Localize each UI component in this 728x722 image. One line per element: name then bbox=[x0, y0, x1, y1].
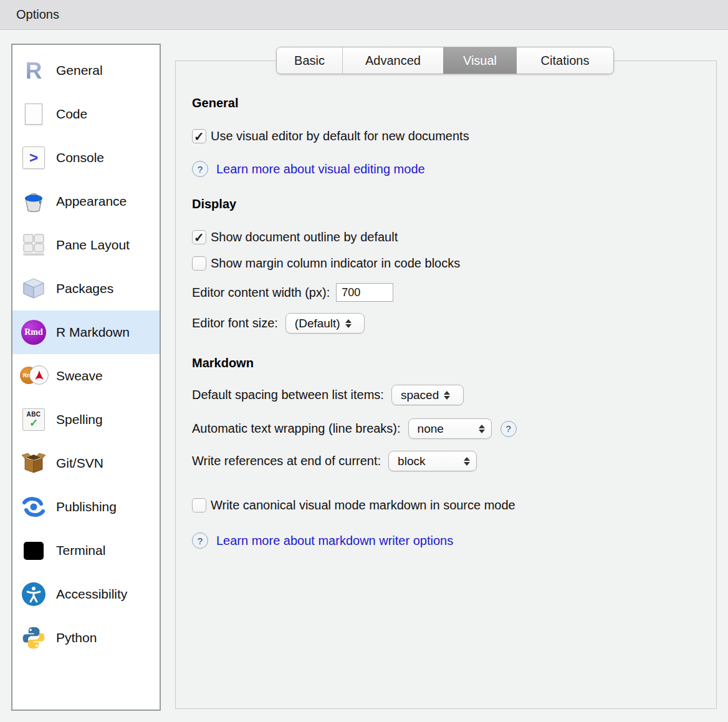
show-outline-label: Show document outline by default bbox=[211, 230, 398, 244]
paint-bucket-icon bbox=[20, 188, 47, 215]
sidebar-item-code[interactable]: Code bbox=[12, 92, 160, 136]
write-references-label: Write references at end of current: bbox=[192, 454, 381, 468]
list-spacing-label: Default spacing between list items: bbox=[192, 388, 384, 402]
sidebar-item-label: Pane Layout bbox=[56, 238, 130, 253]
sidebar-item-terminal[interactable]: Terminal bbox=[12, 529, 160, 572]
pane-layout-icon bbox=[20, 231, 47, 259]
sidebar-item-label: Sweave bbox=[56, 368, 103, 383]
help-icon[interactable]: ? bbox=[501, 421, 517, 437]
sidebar-item-git-svn[interactable]: Git/SVN bbox=[12, 441, 160, 485]
show-margin-checkbox[interactable] bbox=[192, 256, 206, 271]
section-heading-display: Display bbox=[192, 197, 703, 211]
text-wrapping-row: Automatic text wrapping (line breaks): n… bbox=[192, 418, 703, 439]
tab-citations[interactable]: Citations bbox=[517, 47, 613, 74]
sidebar-item-label: Terminal bbox=[56, 543, 105, 558]
options-panel: General ✓ Use visual editor by default f… bbox=[175, 60, 717, 709]
canonical-markdown-row: Write canonical visual mode markdown in … bbox=[192, 498, 703, 513]
editor-content-width-row: Editor content width (px): bbox=[192, 283, 703, 302]
accessibility-icon bbox=[20, 580, 47, 608]
write-references-row: Write references at end of current: bloc… bbox=[192, 451, 703, 471]
text-wrapping-value: none bbox=[418, 422, 444, 436]
select-arrows-icon bbox=[464, 457, 470, 466]
sidebar-item-general[interactable]: R General bbox=[12, 49, 160, 92]
write-references-select[interactable]: block bbox=[388, 451, 477, 471]
sidebar-item-packages[interactable]: Packages bbox=[12, 267, 160, 310]
dialog-title-bar: Options bbox=[0, 0, 728, 30]
options-dialog: Options R General Code > Console bbox=[0, 0, 728, 722]
sidebar-item-python[interactable]: Python bbox=[12, 616, 160, 660]
package-cube-icon bbox=[20, 275, 47, 302]
sidebar-item-accessibility[interactable]: Accessibility bbox=[12, 572, 160, 616]
code-document-icon bbox=[20, 100, 47, 128]
editor-font-size-row: Editor font size: (Default) bbox=[192, 313, 703, 334]
write-references-value: block bbox=[398, 455, 425, 468]
sidebar-item-label: Spelling bbox=[56, 412, 103, 427]
sidebar-item-label: Code bbox=[56, 107, 87, 122]
sidebar-item-sweave[interactable]: Rnw Sweave bbox=[12, 354, 160, 398]
sidebar-item-publishing[interactable]: Publishing bbox=[12, 485, 160, 529]
sidebar-item-appearance[interactable]: Appearance bbox=[12, 180, 160, 223]
visual-tab-content: General ✓ Use visual editor by default f… bbox=[192, 61, 703, 549]
editor-font-size-label: Editor font size: bbox=[192, 316, 278, 330]
git-svn-box-icon bbox=[20, 450, 47, 477]
sweave-icon: Rnw bbox=[20, 362, 47, 390]
sidebar-item-label: Appearance bbox=[56, 194, 127, 209]
editor-content-width-label: Editor content width (px): bbox=[192, 286, 330, 300]
sidebar-item-label: Console bbox=[56, 150, 104, 165]
r-logo-icon: R bbox=[20, 57, 47, 84]
python-icon bbox=[20, 624, 47, 652]
show-outline-row: ✓ Show document outline by default bbox=[192, 230, 703, 244]
use-visual-editor-row: ✓ Use visual editor by default for new d… bbox=[192, 129, 703, 143]
options-category-sidebar: R General Code > Console bbox=[11, 44, 161, 711]
sidebar-item-console[interactable]: > Console bbox=[12, 136, 160, 180]
tab-advanced[interactable]: Advanced bbox=[343, 47, 443, 74]
use-visual-editor-label: Use visual editor by default for new doc… bbox=[211, 129, 469, 143]
canonical-markdown-checkbox[interactable] bbox=[192, 498, 206, 513]
sidebar-item-label: Python bbox=[56, 630, 97, 645]
sidebar-item-r-markdown[interactable]: Rmd R Markdown bbox=[12, 310, 160, 354]
sidebar-item-label: General bbox=[56, 63, 103, 78]
select-arrows-icon bbox=[345, 319, 352, 328]
publishing-icon bbox=[20, 493, 47, 521]
tab-basic[interactable]: Basic bbox=[277, 47, 343, 74]
use-visual-editor-checkbox[interactable]: ✓ bbox=[192, 129, 206, 143]
section-heading-general: General bbox=[192, 96, 703, 110]
text-wrapping-label: Automatic text wrapping (line breaks): bbox=[192, 421, 401, 436]
help-icon[interactable]: ? bbox=[192, 532, 208, 549]
tab-visual[interactable]: Visual bbox=[443, 47, 517, 74]
canonical-markdown-label: Write canonical visual mode markdown in … bbox=[211, 498, 515, 513]
sidebar-item-pane-layout[interactable]: Pane Layout bbox=[12, 223, 160, 267]
pdf-icon bbox=[32, 368, 47, 383]
editor-font-size-value: (Default) bbox=[295, 317, 340, 330]
sidebar-item-label: R Markdown bbox=[56, 325, 130, 340]
list-spacing-value: spaced bbox=[401, 388, 439, 402]
rmarkdown-icon: Rmd bbox=[20, 319, 47, 346]
console-icon: > bbox=[20, 144, 47, 171]
text-wrapping-select[interactable]: none bbox=[408, 418, 492, 439]
visual-editing-help-row: ? Learn more about visual editing mode bbox=[192, 161, 703, 177]
list-spacing-row: Default spacing between list items: spac… bbox=[192, 385, 703, 405]
editor-font-size-select[interactable]: (Default) bbox=[285, 313, 365, 334]
terminal-icon bbox=[20, 537, 47, 564]
sidebar-item-label: Packages bbox=[56, 281, 113, 296]
editor-content-width-input[interactable] bbox=[336, 283, 393, 302]
spelling-icon: ABC ✓ bbox=[20, 406, 47, 433]
section-heading-markdown: Markdown bbox=[192, 356, 703, 370]
sidebar-item-label: Publishing bbox=[56, 499, 117, 514]
select-arrows-icon bbox=[479, 425, 485, 433]
show-margin-label: Show margin column indicator in code blo… bbox=[211, 256, 460, 271]
sidebar-item-spelling[interactable]: ABC ✓ Spelling bbox=[12, 398, 160, 441]
sidebar-item-label: Git/SVN bbox=[56, 456, 103, 471]
learn-more-visual-editing-link[interactable]: Learn more about visual editing mode bbox=[216, 162, 425, 176]
learn-more-markdown-writer-link[interactable]: Learn more about markdown writer options bbox=[216, 534, 453, 548]
show-outline-checkbox[interactable]: ✓ bbox=[192, 230, 206, 244]
sidebar-item-label: Accessibility bbox=[56, 587, 127, 602]
dialog-title: Options bbox=[16, 7, 59, 22]
markdown-writer-help-row: ? Learn more about markdown writer optio… bbox=[192, 532, 703, 549]
show-margin-row: Show margin column indicator in code blo… bbox=[192, 256, 703, 271]
list-spacing-select[interactable]: spaced bbox=[391, 385, 464, 405]
help-icon[interactable]: ? bbox=[192, 161, 208, 177]
panel-tab-bar: Basic Advanced Visual Citations bbox=[276, 47, 614, 74]
select-arrows-icon bbox=[444, 391, 450, 400]
